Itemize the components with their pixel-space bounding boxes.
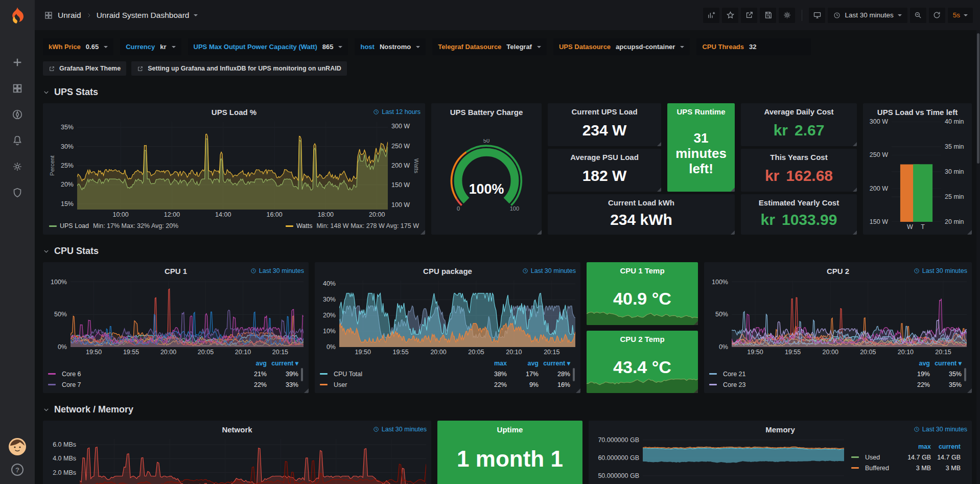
panel-title[interactable]: UPS Runtime bbox=[674, 107, 727, 116]
legend-series-label: Core 23 bbox=[723, 381, 745, 388]
variable-input-value[interactable]: 32 bbox=[749, 43, 805, 51]
panel-title-memory[interactable]: Memory Last 30 minutes bbox=[589, 421, 972, 438]
panel-title-cpu-package[interactable]: CPU package Last 30 minutes bbox=[315, 262, 580, 280]
section-cpu-stats[interactable]: CPU Stats bbox=[43, 244, 972, 258]
chart-area: 50.000000 GB60.000000 GB70.000000 GB bbox=[594, 439, 844, 484]
legend-series-name[interactable]: User bbox=[320, 381, 475, 388]
legend-column-header[interactable]: avg bbox=[898, 360, 930, 367]
x-tick-label: 20:10 bbox=[235, 349, 251, 356]
alerting-button[interactable] bbox=[11, 134, 24, 147]
y-tick-label: 50.000000 GB bbox=[598, 472, 639, 479]
legend-column-header[interactable]: current ▾ bbox=[930, 359, 962, 367]
y-tick-label: 30% bbox=[323, 296, 336, 303]
legend-column-header[interactable]: avg bbox=[507, 360, 539, 367]
link-ups-monitoring-guide[interactable]: Setting up Grafana and InfluxDB for UPS … bbox=[131, 61, 346, 76]
breadcrumb-dashboard-title[interactable]: Unraid System Dashboard bbox=[97, 11, 190, 20]
y-axis-right: 100 W150 W200 W250 W300 W bbox=[388, 122, 412, 210]
legend-header-row: avgcurrent ▾ bbox=[48, 358, 298, 368]
y-axis-title: Watts bbox=[412, 122, 420, 210]
panel-title[interactable]: Current Load kWh bbox=[606, 198, 676, 207]
legend-column-header[interactable]: current bbox=[931, 443, 961, 450]
variable-ups-max-output[interactable]: UPS Max Output Power Capacity (Watt) 865 bbox=[188, 38, 348, 55]
panel-title-uptime[interactable]: Uptime bbox=[437, 421, 582, 438]
legend-series-name[interactable]: Core 23 bbox=[709, 381, 898, 388]
stat-number: 2.67 bbox=[795, 122, 824, 139]
legend-series-name[interactable]: Watts bbox=[296, 222, 312, 229]
panel-title-cpu2[interactable]: CPU 2 Last 30 minutes bbox=[704, 262, 972, 280]
save-button[interactable] bbox=[760, 8, 776, 23]
panel-time-override: Last 30 minutes bbox=[914, 421, 967, 438]
dashboard: kWh Price 0.65 Currency kr UPS Max Outpu… bbox=[35, 30, 980, 484]
panel-cpu1-chart: CPU 1 Last 30 minutes 0%50%100%19:5019:5… bbox=[43, 262, 309, 393]
panel-title-ups-load[interactable]: UPS Load % Last 12 hours bbox=[43, 103, 425, 121]
legend-value: 19% bbox=[898, 371, 930, 378]
variable-ups-datasource[interactable]: UPS Datasource apcupsd-container bbox=[553, 38, 690, 55]
configuration-button[interactable] bbox=[11, 160, 24, 173]
panel-title-cpu1[interactable]: CPU 1 Last 30 minutes bbox=[43, 262, 309, 280]
variable-currency[interactable]: Currency kr bbox=[120, 38, 181, 55]
variable-telegraf-datasource[interactable]: Telegraf Datasource Telegraf bbox=[432, 38, 547, 55]
star-button[interactable] bbox=[722, 8, 738, 23]
panel-title[interactable]: CPU 1 Temp bbox=[618, 266, 666, 275]
link-grafana-plex-theme[interactable]: Grafana Plex Theme bbox=[43, 61, 126, 76]
grafana-flame-icon bbox=[8, 6, 27, 25]
legend-series-name[interactable]: Core 7 bbox=[48, 381, 235, 388]
gauge-svg: 050100100% bbox=[433, 139, 540, 215]
legend-series-name[interactable]: Core 21 bbox=[709, 371, 898, 378]
add-panel-button[interactable] bbox=[703, 8, 719, 23]
legend-series-name[interactable]: CPU Total bbox=[320, 371, 475, 378]
panel-title[interactable]: Estimated Yearly Cost bbox=[757, 198, 841, 207]
section-ups-stats[interactable]: UPS Stats bbox=[43, 85, 972, 99]
variable-cpu-threads[interactable]: CPU Threads 32 bbox=[696, 38, 811, 55]
help-button[interactable]: ? bbox=[11, 464, 24, 476]
legend-series-name[interactable]: Buffered bbox=[851, 465, 901, 472]
star-icon bbox=[726, 11, 735, 19]
breadcrumb[interactable]: Unraid Unraid System Dashboard bbox=[44, 11, 198, 20]
grafana-logo[interactable] bbox=[8, 6, 27, 25]
panel-title[interactable]: Current UPS Load bbox=[569, 107, 639, 116]
legend-column-header[interactable]: max bbox=[901, 443, 931, 450]
time-range-picker[interactable]: Last 30 minutes bbox=[828, 8, 907, 23]
legend-series-name[interactable]: Core 6 bbox=[48, 371, 235, 378]
page-scrollbar-thumb[interactable] bbox=[977, 33, 979, 164]
panel-title[interactable]: Average PSU Load bbox=[568, 153, 641, 162]
y-tick-label: 300 W bbox=[870, 118, 888, 125]
legend-series-name[interactable]: UPS Load bbox=[60, 222, 89, 229]
refresh-button[interactable] bbox=[929, 8, 945, 23]
panel-title[interactable]: This Years Cost bbox=[768, 153, 829, 162]
panel-title-battery[interactable]: UPS Battery Charge bbox=[431, 103, 542, 121]
plus-icon bbox=[12, 57, 23, 68]
zoom-out-button[interactable] bbox=[910, 8, 926, 23]
legend-column-header[interactable]: current ▾ bbox=[539, 359, 570, 367]
create-button[interactable] bbox=[11, 56, 24, 68]
legend-scrollbar-thumb[interactable] bbox=[301, 368, 303, 381]
y-axis-title: Percent bbox=[48, 122, 56, 210]
cycle-view-button[interactable] bbox=[809, 8, 825, 23]
legend-value: 35% bbox=[930, 371, 962, 378]
settings-button[interactable] bbox=[779, 8, 795, 23]
panel-title[interactable]: Average Daily Cost bbox=[762, 107, 835, 116]
variable-host[interactable]: host Nostromo bbox=[355, 38, 426, 55]
legend-column-header[interactable]: avg bbox=[235, 360, 267, 367]
legend-scrollbar-thumb[interactable] bbox=[964, 368, 966, 381]
section-network-memory[interactable]: Network / Memory bbox=[43, 402, 972, 417]
profile-button[interactable] bbox=[9, 438, 26, 455]
refresh-interval-dropdown[interactable]: 5s bbox=[948, 8, 973, 23]
share-button[interactable] bbox=[741, 8, 757, 23]
explore-button[interactable] bbox=[11, 108, 24, 121]
variable-kwh-price[interactable]: kWh Price 0.65 bbox=[43, 38, 113, 55]
x-tick-label: 19:55 bbox=[392, 349, 408, 356]
legend-scrollbar-thumb[interactable] bbox=[573, 368, 575, 381]
legend-series-name[interactable]: Used bbox=[851, 454, 901, 461]
chart-column: 50.000000 GB60.000000 GB70.000000 GB bbox=[594, 439, 844, 484]
panel-memory-chart: Memory Last 30 minutes 50.000000 GB60.00… bbox=[589, 421, 972, 484]
panel-title-network[interactable]: Network Last 30 minutes bbox=[43, 421, 431, 438]
plot-area bbox=[643, 439, 844, 484]
y-tick-label: 30% bbox=[61, 143, 74, 150]
server-admin-button[interactable] bbox=[11, 187, 24, 199]
dashboards-button[interactable] bbox=[11, 82, 24, 95]
legend-column-header[interactable]: current ▾ bbox=[267, 359, 298, 367]
panel-title[interactable]: CPU 2 Temp bbox=[618, 335, 666, 343]
breadcrumb-folder[interactable]: Unraid bbox=[58, 11, 81, 20]
legend-column-header[interactable]: max bbox=[475, 360, 507, 367]
